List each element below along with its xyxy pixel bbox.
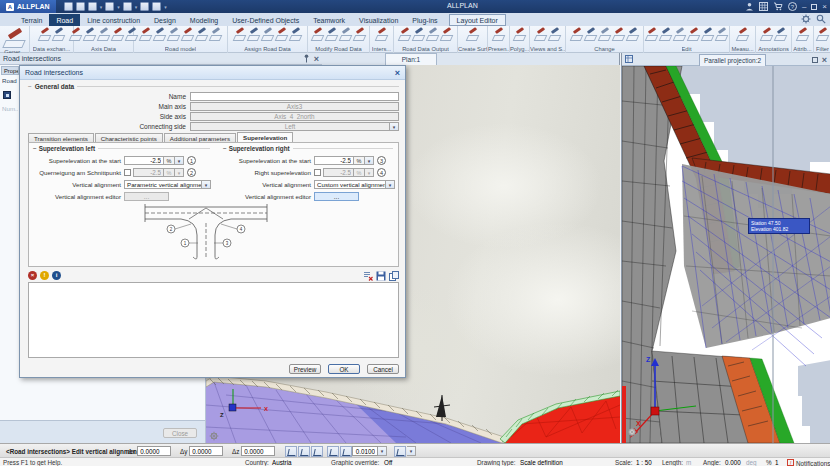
offset-icon[interactable]: [340, 446, 352, 457]
palette-item-road[interactable]: Road: [2, 77, 18, 84]
ribbon-tool-icon[interactable]: [69, 27, 82, 41]
user-account-icon[interactable]: [745, 2, 754, 11]
ribbon-tool-icon[interactable]: [339, 27, 352, 41]
dropdown-icon[interactable]: ▾: [175, 168, 184, 177]
warnings-filter-icon[interactable]: !: [40, 271, 49, 280]
ribbon-tab-visualization[interactable]: Visualization: [352, 14, 405, 26]
ribbon-tool-icon[interactable]: [466, 27, 479, 41]
ribbon-tool-icon[interactable]: [353, 27, 366, 41]
ok-button[interactable]: OK: [328, 364, 360, 374]
copy-list-icon[interactable]: [389, 271, 399, 281]
palette-tab-properties[interactable]: Prope: [1, 66, 19, 75]
ribbon-tool-icon[interactable]: [289, 27, 302, 41]
dropdown-icon[interactable]: ▾: [164, 4, 167, 10]
dropdown-icon[interactable]: ▾: [407, 446, 416, 456]
main-axis-input[interactable]: [190, 102, 399, 111]
connecting-side-select[interactable]: [190, 122, 390, 131]
length-value[interactable]: m: [686, 459, 691, 466]
ribbon-tool-icon[interactable]: [612, 27, 625, 41]
ribbon-tab-design[interactable]: Design: [147, 14, 183, 26]
ribbon-tab-layout-editor[interactable]: Layout Editor: [449, 14, 506, 26]
maximize-button[interactable]: [812, 57, 818, 63]
ribbon-tab-plug-ins[interactable]: Plug-ins: [405, 14, 444, 26]
vertical-alignment-left-select[interactable]: Parametric vertical alignment ▾: [124, 180, 211, 189]
ribbon-tool-icon[interactable]: [311, 27, 324, 41]
message-list[interactable]: [28, 282, 399, 358]
ribbon-tool-icon[interactable]: [534, 27, 547, 41]
right-superelevation-checkbox[interactable]: [314, 169, 321, 176]
connect-grid-icon[interactable]: [759, 2, 768, 11]
dy-input[interactable]: [189, 446, 223, 456]
general-data-section[interactable]: − General data: [28, 83, 399, 90]
ribbon-tool-icon[interactable]: [673, 27, 686, 41]
superelevation-start-left-input[interactable]: [124, 156, 164, 165]
ribbon-tool-icon[interactable]: [325, 27, 338, 41]
graphic-override-value[interactable]: Off: [384, 459, 392, 466]
ribbon-tab-road[interactable]: Road: [49, 14, 80, 26]
querneigung-input[interactable]: [133, 168, 164, 177]
ribbon-tool-icon[interactable]: [715, 27, 728, 41]
tools-icon[interactable]: [152, 2, 161, 11]
collapse-icon[interactable]: −: [28, 83, 32, 90]
ribbon-tool-icon[interactable]: [426, 27, 439, 41]
ribbon-tool-icon[interactable]: [816, 27, 829, 41]
dialog-titlebar[interactable]: Road intersections ×: [20, 66, 405, 80]
pin-icon[interactable]: [303, 54, 310, 63]
preview-button[interactable]: Preview: [289, 364, 321, 374]
dropdown-icon[interactable]: ▾: [365, 156, 374, 165]
ribbon-tool-icon[interactable]: [83, 27, 96, 41]
ribbon-tool-icon[interactable]: [598, 27, 611, 41]
ribbon-tab-user-defined-objects[interactable]: User-Defined Objects: [225, 14, 306, 26]
country-value[interactable]: Austria: [272, 459, 292, 466]
shop-cart-icon[interactable]: [773, 2, 783, 11]
list-item-icon[interactable]: [3, 91, 11, 99]
ribbon-tool-icon[interactable]: [774, 27, 787, 41]
minimize-button[interactable]: –: [802, 0, 806, 13]
document-icon[interactable]: [76, 2, 85, 11]
alignment-editor-right-button[interactable]: ...: [314, 192, 359, 201]
coord-delta-icon[interactable]: [298, 446, 310, 457]
vertical-alignment-right-select[interactable]: Custom vertical alignment ▾: [314, 180, 395, 189]
right-superelevation-input[interactable]: [323, 168, 354, 177]
dialog-close-icon[interactable]: ×: [395, 67, 400, 79]
palette-close-button[interactable]: Close: [163, 428, 197, 438]
ribbon-tool-icon[interactable]: [181, 27, 194, 41]
errors-filter-icon[interactable]: ×: [28, 271, 37, 280]
restore-button[interactable]: [811, 4, 817, 10]
grid-spacing-icon[interactable]: [394, 446, 406, 457]
ribbon-tool-icon[interactable]: [153, 27, 166, 41]
percent-value[interactable]: 1: [775, 459, 779, 466]
side-axis-input[interactable]: [190, 112, 399, 121]
dropdown-icon[interactable]: ▾: [117, 4, 120, 10]
ribbon-tool-icon[interactable]: [167, 27, 180, 41]
dropdown-icon[interactable]: ▾: [390, 122, 399, 131]
clear-list-icon[interactable]: [363, 271, 373, 281]
ribbon-tool-icon[interactable]: [111, 27, 124, 41]
ribbon-tool-icon[interactable]: [440, 27, 453, 41]
ribbon-tool-icon[interactable]: [548, 27, 561, 41]
ribbon-tool-icon[interactable]: [513, 27, 526, 41]
ribbon-tool-icon[interactable]: [261, 27, 274, 41]
cancel-button[interactable]: Cancel: [367, 364, 399, 374]
querneigung-checkbox[interactable]: [124, 169, 131, 176]
collapse-icon[interactable]: −: [33, 145, 37, 152]
ribbon-tool-icon[interactable]: [398, 27, 411, 41]
close-button[interactable]: ×: [822, 0, 827, 13]
save-list-icon[interactable]: [376, 271, 386, 281]
help-icon[interactable]: ?: [788, 2, 797, 11]
ribbon-tool-icon[interactable]: [38, 27, 51, 41]
ribbon-tool-icon[interactable]: [233, 27, 246, 41]
dropdown-icon[interactable]: ▾: [386, 180, 395, 189]
coord-3d-icon[interactable]: [311, 446, 323, 457]
dropdown-icon[interactable]: ▾: [135, 4, 138, 10]
dz-input[interactable]: [241, 446, 275, 456]
ribbon-tool-icon[interactable]: [247, 27, 260, 41]
dropdown-icon[interactable]: ▾: [365, 168, 374, 177]
ribbon-tool-icon[interactable]: [701, 27, 714, 41]
app-menu-button[interactable]: A ALLPLAN: [0, 0, 56, 13]
name-input[interactable]: [190, 92, 399, 101]
snap-distance-input[interactable]: [352, 446, 378, 456]
ribbon-tool-icon[interactable]: [687, 27, 700, 41]
redo-icon[interactable]: [123, 2, 132, 11]
ribbon-tool-icon[interactable]: [139, 27, 152, 41]
